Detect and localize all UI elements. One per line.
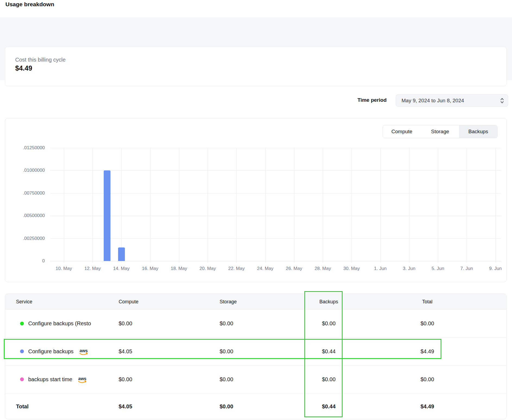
table-row: Configure backups (Resto $0.00 $0.00 $0.… (5, 310, 506, 338)
column-header-service: Service (16, 299, 32, 304)
compute-cost-cell: $0.00 (119, 320, 132, 327)
chevron-updown-icon (500, 97, 504, 104)
table-row: backups start time aws $0.00 $0.00 $0.00… (5, 365, 506, 393)
storage-cost-cell: $0.00 (220, 348, 233, 355)
chart-metric-tabs: Compute Storage Backups (383, 125, 498, 138)
compute-cost-cell: $0.00 (119, 376, 132, 383)
column-header-storage: Storage (220, 299, 237, 304)
usage-table: Service Compute Storage Backups Total Co… (5, 294, 507, 419)
service-legend-dot (20, 322, 24, 325)
total-cost-cell: $4.49 (400, 348, 454, 355)
aws-logo-icon: aws (77, 376, 88, 384)
total-total-cell: $4.49 (400, 403, 454, 409)
time-period-value: May 9, 2024 to Jun 8, 2024 (402, 98, 464, 104)
cost-card-label: Cost this billing cycle (15, 57, 66, 63)
service-legend-dot (20, 349, 24, 353)
table-total-row: Total $4.05 $0.00 $0.44 $4.49 (5, 393, 506, 419)
service-name: Configure backups (Resto (28, 320, 91, 327)
tab-compute[interactable]: Compute (383, 125, 421, 138)
total-cost-cell: $0.00 (400, 376, 454, 383)
tab-storage[interactable]: Storage (421, 125, 459, 138)
svg-text:aws: aws (78, 376, 86, 381)
service-name: Configure backups (28, 348, 74, 355)
total-storage-cell: $0.00 (220, 403, 233, 409)
cost-card: Cost this billing cycle $4.49 (5, 47, 507, 86)
storage-cost-cell: $0.00 (220, 376, 233, 383)
total-backups-cell: $0.44 (302, 403, 356, 409)
svg-text:aws: aws (80, 348, 88, 353)
table-header-row: Service Compute Storage Backups Total (5, 294, 506, 310)
backups-cost-cell: $0.00 (302, 320, 356, 327)
time-period-label: Time period (349, 97, 387, 103)
service-name: backups start time (28, 376, 72, 383)
billing-summary-band: Cost this billing cycle $4.49 (0, 17, 512, 80)
backups-cost-cell: $0.00 (302, 376, 356, 383)
page-title: Usage breakdown (5, 1, 54, 8)
column-header-total: Total (400, 299, 454, 304)
table-row: Configure backups aws $4.05 $0.00 $0.44 … (5, 338, 506, 365)
storage-cost-cell: $0.00 (220, 320, 233, 327)
service-legend-dot (20, 377, 24, 381)
tab-backups[interactable]: Backups (459, 125, 497, 138)
compute-cost-cell: $4.05 (119, 348, 132, 355)
time-period-select[interactable]: May 9, 2024 to Jun 8, 2024 (396, 94, 508, 107)
backups-cost-cell: $0.44 (302, 348, 356, 355)
usage-chart-panel (5, 118, 507, 282)
column-header-compute: Compute (119, 299, 138, 304)
aws-logo-icon: aws (78, 348, 89, 356)
cost-card-value: $4.49 (15, 64, 32, 72)
total-compute-cell: $4.05 (119, 403, 132, 409)
total-row-label: Total (16, 403, 29, 409)
total-cost-cell: $0.00 (400, 320, 454, 327)
column-header-backups: Backups (302, 299, 356, 304)
